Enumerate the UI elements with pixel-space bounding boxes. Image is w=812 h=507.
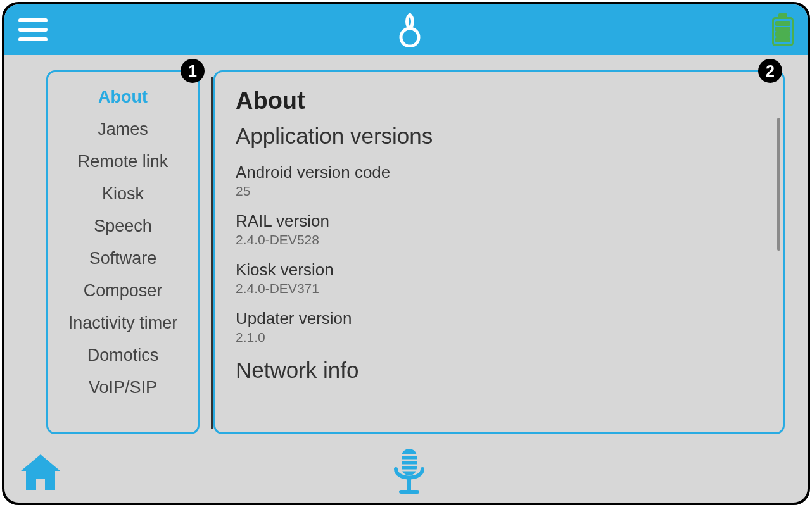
svg-rect-1 [402, 449, 417, 475]
page-title: About [236, 87, 763, 115]
settings-sidebar[interactable]: AboutJamesRemote linkKioskSpeechSoftware… [46, 70, 200, 434]
home-button[interactable] [18, 452, 63, 492]
bottom-bar [4, 442, 808, 503]
sidebar-item-software[interactable]: Software [48, 242, 198, 275]
sidebar-item-kiosk[interactable]: Kiosk [48, 178, 198, 210]
version-value: 2.1.0 [236, 330, 763, 345]
main-area: AboutJamesRemote linkKioskSpeechSoftware… [4, 55, 808, 442]
svg-point-0 [401, 28, 419, 46]
sidebar-item-remote-link[interactable]: Remote link [48, 146, 198, 178]
sidebar-item-james[interactable]: James [48, 113, 198, 146]
device-frame: AboutJamesRemote linkKioskSpeechSoftware… [2, 2, 810, 505]
content-panel[interactable]: About Application versions Android versi… [213, 70, 785, 434]
version-value: 2.4.0-DEV371 [236, 281, 763, 296]
version-row: Updater version2.1.0 [236, 309, 763, 345]
section-heading-versions: Application versions [236, 123, 763, 149]
version-row: RAIL version2.4.0-DEV528 [236, 211, 763, 247]
section-heading-network: Network info [236, 358, 763, 383]
app-logo-icon [397, 12, 422, 47]
version-value: 25 [236, 184, 763, 199]
version-value: 2.4.0-DEV528 [236, 232, 763, 247]
sidebar-item-domotics[interactable]: Domotics [48, 339, 198, 372]
sidebar-item-about[interactable]: About [48, 81, 198, 113]
sidebar-item-speech[interactable]: Speech [48, 210, 198, 242]
callout-badge-1: 1 [181, 59, 205, 83]
version-label: RAIL version [236, 211, 763, 231]
menu-button[interactable] [18, 18, 48, 41]
panel-divider [211, 77, 213, 429]
version-row: Android version code25 [236, 163, 763, 199]
battery-icon [772, 13, 794, 46]
top-bar [4, 4, 808, 55]
version-row: Kiosk version2.4.0-DEV371 [236, 260, 763, 296]
version-label: Updater version [236, 309, 763, 329]
microphone-button[interactable] [392, 448, 426, 497]
sidebar-item-composer[interactable]: Composer [48, 275, 198, 307]
sidebar-item-voip-sip[interactable]: VoIP/SIP [48, 372, 198, 404]
version-label: Android version code [236, 163, 763, 182]
scrollbar-thumb[interactable] [777, 118, 780, 251]
sidebar-item-inactivity-timer[interactable]: Inactivity timer [48, 307, 198, 339]
version-label: Kiosk version [236, 260, 763, 280]
callout-badge-2: 2 [758, 59, 782, 83]
